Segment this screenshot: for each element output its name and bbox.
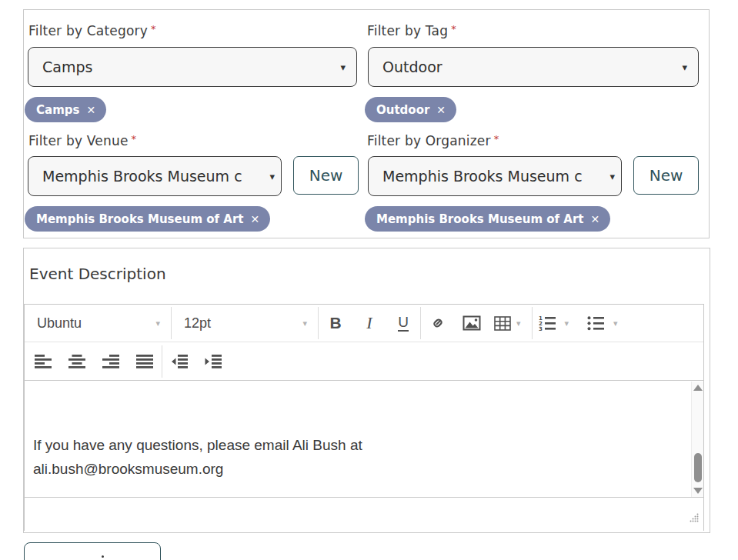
editor-toolbar-row-1: Ubuntu ▾ 12pt ▾ B I U ▾ 123 (25, 305, 703, 342)
align-justify-button[interactable] (128, 343, 162, 380)
align-center-icon (68, 355, 85, 368)
rich-text-editor: Ubuntu ▾ 12pt ▾ B I U ▾ 123 (24, 304, 704, 531)
chevron-down-icon: ▾ (302, 318, 307, 328)
event-description-title: Event Description (29, 265, 166, 283)
editor-scrollbar[interactable] (691, 382, 703, 497)
venue-label: Filter by Venue* (28, 133, 136, 148)
venue-select-value: Memphis Brooks Museum c (42, 168, 242, 185)
venue-select[interactable]: Memphis Brooks Museum c ▾ (28, 156, 282, 196)
remove-chip-icon[interactable]: ✕ (250, 213, 259, 225)
venue-chip: Memphis Brooks Museum of Art ✕ (25, 206, 270, 232)
outdent-button[interactable] (162, 343, 196, 380)
indent-button[interactable] (196, 343, 230, 380)
editor-text-line-1: If you have any questions, please email … (33, 433, 362, 457)
remove-chip-icon[interactable]: ✕ (436, 104, 446, 116)
italic-icon: I (366, 313, 372, 333)
scroll-up-icon (693, 385, 703, 391)
tag-select-value: Outdoor (382, 58, 442, 75)
underline-button[interactable]: U (386, 305, 420, 342)
new-venue-button[interactable]: New (293, 156, 359, 195)
scrollbar-thumb[interactable] (694, 453, 702, 482)
table-button[interactable] (489, 305, 516, 342)
table-menu-caret-icon[interactable]: ▾ (516, 318, 521, 328)
editor-status-bar (25, 497, 703, 531)
required-asterisk: * (132, 133, 137, 145)
tag-select[interactable]: Outdoor ▾ (368, 47, 699, 87)
category-select-value: Camps (42, 58, 92, 75)
table-icon (494, 316, 511, 331)
align-right-button[interactable] (94, 343, 128, 380)
numbered-list-button[interactable]: 123 (533, 305, 563, 342)
remove-chip-icon[interactable]: ✕ (590, 213, 599, 225)
partial-bottom-button[interactable] (24, 542, 161, 560)
organizer-chip: Memphis Brooks Museum of Art ✕ (365, 206, 610, 232)
svg-text:3: 3 (539, 326, 543, 331)
editor-text-line-2: ali.bush@brooksmuseum.org (33, 457, 362, 481)
bullet-list-button[interactable] (581, 305, 612, 342)
align-right-icon (102, 355, 119, 368)
insert-image-button[interactable] (455, 305, 489, 342)
required-asterisk: * (451, 23, 456, 35)
font-family-value: Ubuntu (37, 315, 82, 332)
scroll-up-button[interactable] (692, 382, 704, 394)
indent-icon (205, 355, 222, 368)
link-icon (429, 315, 446, 332)
chevron-down-icon: ▾ (155, 318, 160, 328)
organizer-label: Filter by Organizer* (367, 133, 499, 148)
required-asterisk: * (151, 23, 156, 35)
editor-content-area[interactable]: If you have any questions, please email … (25, 382, 703, 497)
organizer-select[interactable]: Memphis Brooks Museum c ▾ (368, 156, 622, 196)
bold-icon: B (329, 314, 341, 332)
remove-chip-icon[interactable]: ✕ (86, 104, 95, 116)
filters-panel: Filter by Category* Filter by Tag* Camps… (23, 9, 710, 238)
italic-button[interactable]: I (352, 305, 386, 342)
scroll-down-icon (693, 488, 703, 494)
font-size-value: 12pt (184, 315, 211, 332)
tag-chip: Outdoor ✕ (365, 97, 456, 122)
chevron-down-icon: ▾ (340, 62, 346, 72)
tag-label: Filter by Tag* (367, 23, 456, 38)
image-icon (463, 315, 481, 331)
outdent-icon (171, 355, 188, 368)
new-organizer-button[interactable]: New (633, 156, 699, 195)
bullet-list-menu-caret-icon[interactable]: ▾ (613, 318, 618, 328)
numbered-list-icon: 123 (539, 315, 557, 331)
font-family-select[interactable]: Ubuntu ▾ (25, 305, 171, 342)
category-label: Filter by Category* (28, 23, 156, 38)
underline-icon: U (398, 315, 409, 332)
numbered-list-menu-caret-icon[interactable]: ▾ (565, 318, 569, 328)
editor-toolbar-row-2 (25, 343, 703, 381)
align-left-button[interactable] (26, 343, 60, 380)
bold-button[interactable]: B (319, 305, 352, 342)
align-center-button[interactable] (60, 343, 94, 380)
bullet-list-icon (587, 315, 606, 331)
required-asterisk: * (494, 133, 499, 145)
chevron-down-icon: ▾ (269, 172, 275, 182)
align-justify-icon (136, 355, 153, 368)
chevron-down-icon: ▾ (609, 172, 615, 182)
category-chip: Camps ✕ (25, 97, 106, 122)
align-left-icon (35, 355, 52, 368)
resize-grip-icon[interactable] (689, 512, 699, 526)
link-button[interactable] (421, 305, 455, 342)
editor-text: If you have any questions, please email … (33, 433, 362, 481)
font-size-select[interactable]: 12pt ▾ (172, 305, 318, 342)
scroll-down-button[interactable] (692, 485, 704, 497)
category-select[interactable]: Camps ▾ (28, 47, 357, 87)
chevron-down-icon: ▾ (682, 62, 687, 72)
organizer-select-value: Memphis Brooks Museum c (382, 168, 583, 185)
